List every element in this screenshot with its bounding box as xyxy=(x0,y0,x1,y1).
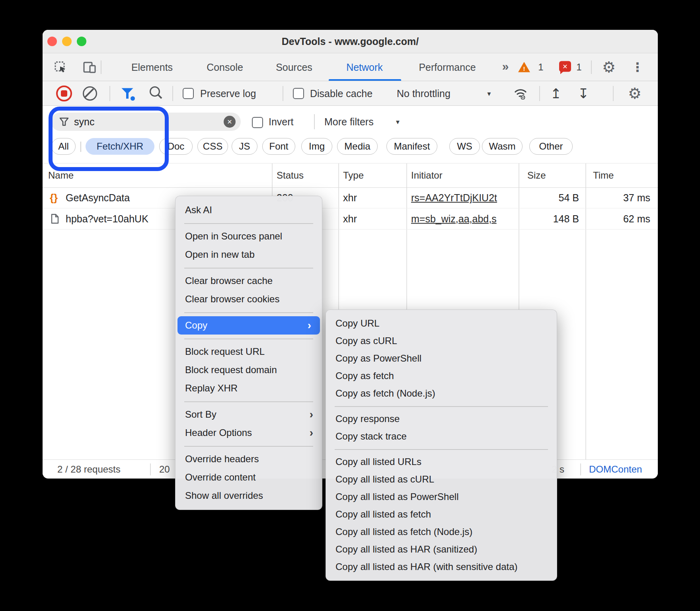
disable-cache-label[interactable]: Disable cache xyxy=(310,88,372,99)
menu-item-clear-browser-cache[interactable]: Clear browser cache xyxy=(175,272,322,290)
menu-item-copy-all-listed-as-har-sanitized[interactable]: Copy all listed as HAR (sanitized) xyxy=(326,541,557,558)
col-header-initiator[interactable]: Initiator xyxy=(411,170,443,181)
menu-separator xyxy=(175,308,322,316)
invert-label[interactable]: Invert xyxy=(269,116,294,128)
device-toolbar-icon[interactable] xyxy=(83,61,96,73)
import-har-icon[interactable]: ↥ xyxy=(550,86,562,101)
throttling-dropdown-arrow[interactable]: ▼ xyxy=(486,90,492,97)
tab-performance[interactable]: Performance xyxy=(419,61,476,73)
invert-checkbox[interactable] xyxy=(252,117,263,128)
more-tabs-icon[interactable]: » xyxy=(502,60,509,73)
menu-item-override-content[interactable]: Override content xyxy=(175,468,322,486)
menu-item-copy-all-listed-as-fetch[interactable]: Copy all listed as fetch xyxy=(326,506,557,523)
window-title: DevTools - www.google.com/ xyxy=(43,36,658,47)
menu-separator xyxy=(175,264,322,272)
chip-ws[interactable]: WS xyxy=(449,138,480,155)
menu-item-block-request-domain[interactable]: Block request domain xyxy=(175,361,322,379)
kebab-menu-icon[interactable]: ⋮ xyxy=(631,60,644,75)
disable-cache-checkbox[interactable] xyxy=(293,88,304,99)
tab-console[interactable]: Console xyxy=(207,61,243,73)
chip-img[interactable]: Img xyxy=(301,138,332,155)
devtools-tab-bar: Elements Console Sources Network Perform… xyxy=(43,53,658,81)
table-row[interactable]: hpba?vet=10ahUK xhr m=sb_wiz,aa,abd,s 14… xyxy=(43,208,658,230)
more-filters-button[interactable]: More filters xyxy=(324,116,374,128)
menu-item-copy-all-listed-as-fetch-nodejs[interactable]: Copy all listed as fetch (Node.js) xyxy=(326,523,557,541)
tab-network[interactable]: Network xyxy=(346,61,383,73)
tab-elements[interactable]: Elements xyxy=(131,61,173,73)
menu-item-copy-response[interactable]: Copy response xyxy=(326,410,557,428)
chip-manifest[interactable]: Manifest xyxy=(386,138,437,155)
menu-item-copy-as-fetch-nodejs[interactable]: Copy as fetch (Node.js) xyxy=(326,385,557,402)
preserve-log-checkbox[interactable] xyxy=(183,88,194,99)
menu-item-copy-stack-trace[interactable]: Copy stack trace xyxy=(326,428,557,445)
menu-item-ask-ai[interactable]: Ask AI xyxy=(175,201,322,219)
submenu-chevron-icon: › xyxy=(308,320,311,331)
record-network-log-button[interactable] xyxy=(56,86,72,101)
menu-item-copy-as-powershell[interactable]: Copy as PowerShell xyxy=(326,350,557,367)
chip-wasm[interactable]: Wasm xyxy=(482,138,523,155)
error-count: 1 xyxy=(576,62,581,73)
domcontentloaded-time: DOMConten xyxy=(589,464,642,475)
menu-item-copy-as-fetch[interactable]: Copy as fetch xyxy=(326,367,557,385)
warnings-icon[interactable]: ! xyxy=(518,62,530,72)
request-size: 54 B xyxy=(519,192,579,203)
menu-item-override-headers[interactable]: Override headers xyxy=(175,450,322,468)
menu-item-header-options[interactable]: Header Options› xyxy=(175,424,322,442)
request-time: 62 ms xyxy=(585,213,650,224)
menu-item-sort-by[interactable]: Sort By› xyxy=(175,405,322,424)
transferred-summary: 20 xyxy=(159,464,170,475)
col-header-time[interactable]: Time xyxy=(593,170,614,181)
request-name[interactable]: GetAsyncData xyxy=(66,192,130,203)
divider xyxy=(314,114,315,129)
preserve-log-label[interactable]: Preserve log xyxy=(200,88,256,99)
menu-item-clear-browser-cookies[interactable]: Clear browser cookies xyxy=(175,290,322,308)
export-har-icon[interactable]: ↧ xyxy=(578,86,589,101)
menu-item-open-in-sources-panel[interactable]: Open in Sources panel xyxy=(175,227,322,245)
menu-item-copy-all-listed-as-powershell[interactable]: Copy all listed as PowerShell xyxy=(326,488,557,506)
settings-gear-icon[interactable]: ⚙ xyxy=(602,58,616,76)
clear-filter-icon[interactable]: ✕ xyxy=(224,116,236,128)
col-header-type[interactable]: Type xyxy=(343,170,364,181)
clear-network-log-button[interactable] xyxy=(83,86,97,101)
network-conditions-icon[interactable] xyxy=(513,88,528,99)
chip-media[interactable]: Media xyxy=(337,138,378,155)
chip-js[interactable]: JS xyxy=(232,138,257,155)
menu-item-replay-xhr[interactable]: Replay XHR xyxy=(175,379,322,397)
errors-icon[interactable]: ✕ xyxy=(559,61,571,72)
tab-sources[interactable]: Sources xyxy=(276,61,312,73)
submenu-chevron-icon: › xyxy=(310,427,313,438)
col-header-size[interactable]: Size xyxy=(527,170,546,181)
request-initiator-link[interactable]: m=sb_wiz,aa,abd,s xyxy=(411,213,497,224)
menu-item-copy-all-listed-as-har-sensitive[interactable]: Copy all listed as HAR (with sensitive d… xyxy=(326,558,557,576)
menu-item-copy-all-listed-as-curl[interactable]: Copy all listed as cURL xyxy=(326,471,557,488)
menu-item-copy[interactable]: Copy› xyxy=(177,316,320,335)
network-settings-gear-icon[interactable]: ⚙ xyxy=(628,85,642,102)
col-header-name[interactable]: Name xyxy=(48,170,74,181)
divider xyxy=(150,463,151,475)
menu-item-copy-all-listed-urls[interactable]: Copy all listed URLs xyxy=(326,453,557,471)
more-filters-arrow[interactable]: ▼ xyxy=(395,119,401,125)
menu-item-copy-as-curl[interactable]: Copy as cURL xyxy=(326,332,557,350)
chip-other[interactable]: Other xyxy=(529,138,573,155)
chip-font[interactable]: Font xyxy=(262,138,295,155)
xhr-braces-icon: {} xyxy=(50,191,58,204)
menu-item-open-in-new-tab[interactable]: Open in new tab xyxy=(175,245,322,264)
divider xyxy=(172,86,173,101)
request-initiator-link[interactable]: rs=AA2YrTtDjKIU2t xyxy=(411,192,497,203)
table-row[interactable]: {} GetAsyncData 200 xhr rs=AA2YrTtDjKIU2… xyxy=(43,187,658,208)
menu-item-block-request-url[interactable]: Block request URL xyxy=(175,342,322,361)
request-type: xhr xyxy=(343,192,357,203)
filter-active-dot xyxy=(131,96,135,101)
divider xyxy=(539,86,540,101)
document-icon xyxy=(51,214,59,224)
search-icon[interactable] xyxy=(150,86,160,97)
request-name[interactable]: hpba?vet=10ahUK xyxy=(66,213,148,224)
col-header-status[interactable]: Status xyxy=(277,170,304,181)
throttling-select[interactable]: No throttling xyxy=(397,88,450,99)
inspect-element-icon[interactable] xyxy=(55,61,66,73)
menu-item-show-all-overrides[interactable]: Show all overrides xyxy=(175,486,322,505)
highlight-annotation xyxy=(49,107,169,171)
chip-css[interactable]: CSS xyxy=(197,138,228,155)
menu-item-copy-url[interactable]: Copy URL xyxy=(326,315,557,332)
divider xyxy=(613,86,614,101)
